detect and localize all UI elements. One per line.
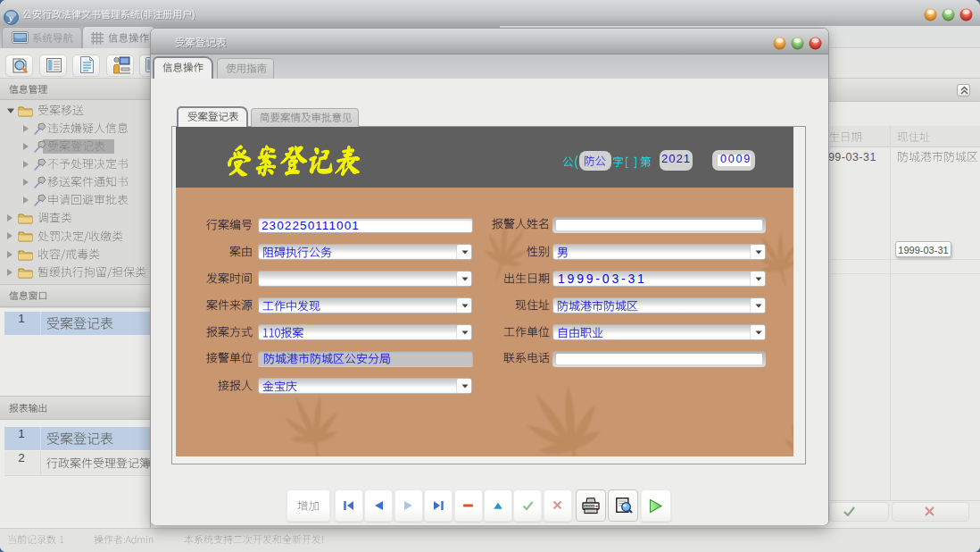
svg-text:y: y (7, 13, 13, 23)
